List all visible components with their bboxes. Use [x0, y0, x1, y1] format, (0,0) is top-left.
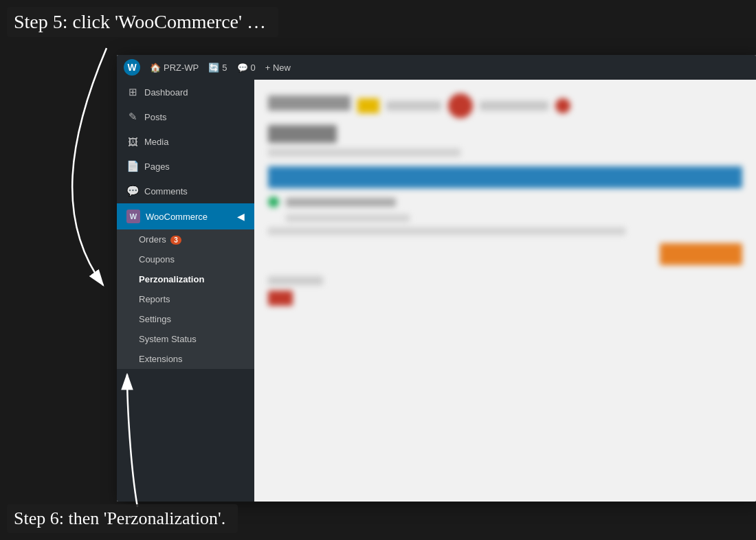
coupons-label: Coupons [139, 254, 175, 265]
reports-label: Reports [139, 294, 170, 304]
posts-icon: ✎ [126, 111, 139, 123]
system-status-label: System Status [139, 334, 197, 344]
blur-bottom-label [268, 276, 323, 285]
admin-bar: W 🏠 PRZ-WP 🔄 5 💬 0 + New [117, 55, 756, 80]
orders-badge: 3 [170, 236, 181, 245]
submenu-extensions[interactable]: Extensions [117, 349, 254, 369]
sidebar-item-pages[interactable]: 📄 Pages [117, 154, 254, 179]
blur-row-1 [268, 196, 742, 207]
comments-sidebar-icon: 💬 [126, 185, 139, 197]
updates-item[interactable]: 🔄 5 [208, 63, 227, 73]
sidebar-item-media[interactable]: 🖼 Media [117, 129, 254, 154]
media-icon: 🖼 [126, 135, 139, 148]
sidebar-item-label: Media [144, 137, 168, 147]
updates-icon: 🔄 [208, 63, 219, 73]
orders-label: Orders [139, 234, 166, 245]
updates-count: 5 [222, 63, 227, 73]
blur-green-dot [268, 196, 279, 207]
blur-yellow-box [357, 98, 379, 113]
blur-row-text [286, 198, 396, 207]
dashboard-icon: ⊞ [126, 86, 139, 98]
sidebar-item-comments[interactable]: 💬 Comments [117, 179, 254, 203]
blur-blue-bar [268, 166, 742, 188]
blur-btn-row [268, 243, 742, 265]
new-item[interactable]: + New [265, 63, 291, 73]
main-content [254, 80, 756, 502]
settings-label: Settings [139, 314, 171, 324]
submenu-settings[interactable]: Settings [117, 309, 254, 329]
comments-icon: 💬 [237, 63, 248, 73]
blur-sub-line [286, 214, 410, 222]
comments-count: 0 [251, 63, 256, 73]
blur-red-small [268, 291, 293, 306]
annotation-bottom: Step 6: then 'Perzonalization'. [7, 504, 238, 533]
blur-red-badge [555, 98, 570, 113]
home-icon: 🏠 [150, 63, 161, 73]
comments-item[interactable]: 💬 0 [237, 63, 256, 73]
submenu-orders[interactable]: Orders 3 [117, 229, 254, 249]
wordpress-window: W 🏠 PRZ-WP 🔄 5 💬 0 + New ⊞ Dashboard ✎ [117, 55, 756, 502]
blur-subtitle [268, 148, 460, 157]
sidebar-item-label: Pages [144, 161, 170, 172]
sidebar-item-label: Dashboard [144, 87, 188, 98]
site-name-label: PRZ-WP [164, 63, 199, 73]
blur-text2 [480, 101, 548, 111]
annotation-top: Step 5: click 'WooCommerce' … [7, 7, 278, 37]
woocommerce-submenu: Orders 3 Coupons Perzonalization Reports… [117, 229, 254, 369]
woocommerce-icon: W [126, 210, 140, 223]
wp-logo-icon: W [124, 59, 140, 76]
new-label: + New [265, 63, 291, 73]
blur-text [386, 101, 441, 111]
sidebar-item-label: Comments [144, 186, 188, 196]
pages-icon: 📄 [126, 160, 139, 172]
wp-logo-item[interactable]: W [124, 59, 140, 76]
sidebar: ⊞ Dashboard ✎ Posts 🖼 Media 📄 Pages 💬 Co… [117, 80, 254, 502]
blur-heading [268, 125, 337, 143]
extensions-label: Extensions [139, 354, 183, 364]
blur-title [268, 95, 351, 111]
sidebar-item-label: WooCommerce [146, 212, 208, 222]
blur-long-line [268, 227, 625, 235]
blur-orange-button [660, 243, 742, 265]
sidebar-item-label: Posts [144, 112, 167, 122]
submenu-perzonalization[interactable]: Perzonalization [117, 269, 254, 289]
woocommerce-collapse-icon: ◀ [237, 211, 245, 222]
submenu-reports[interactable]: Reports [117, 289, 254, 309]
sidebar-item-dashboard[interactable]: ⊞ Dashboard [117, 80, 254, 104]
sidebar-item-woocommerce[interactable]: W WooCommerce ◀ [117, 203, 254, 229]
submenu-coupons[interactable]: Coupons [117, 249, 254, 269]
perzonalization-label: Perzonalization [139, 274, 204, 284]
blur-red-circle [448, 93, 473, 118]
site-name-item[interactable]: 🏠 PRZ-WP [150, 63, 199, 73]
wp-body: ⊞ Dashboard ✎ Posts 🖼 Media 📄 Pages 💬 Co… [117, 80, 756, 502]
submenu-system-status[interactable]: System Status [117, 329, 254, 349]
blurred-area [254, 80, 756, 319]
sidebar-item-posts[interactable]: ✎ Posts [117, 104, 254, 129]
